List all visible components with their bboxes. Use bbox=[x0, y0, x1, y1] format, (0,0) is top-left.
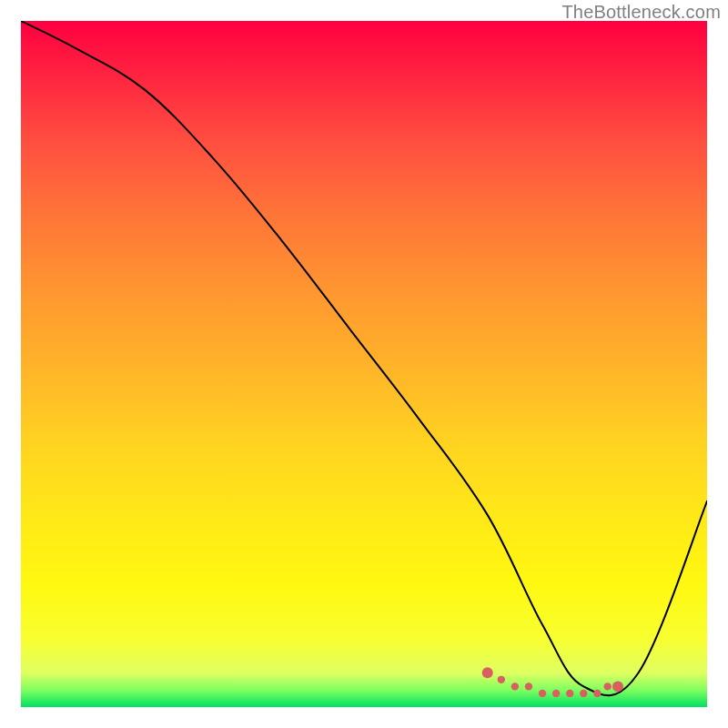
optimal-zone-dots bbox=[482, 667, 623, 697]
marker-dot bbox=[593, 690, 601, 697]
marker-dot bbox=[603, 682, 611, 690]
marker-dot bbox=[552, 690, 560, 697]
marker-dot bbox=[525, 682, 532, 690]
marker-dot bbox=[566, 690, 573, 697]
marker-dot bbox=[511, 682, 519, 690]
marker-dot bbox=[612, 681, 623, 692]
chart-container: TheBottleneck.com bbox=[0, 0, 728, 728]
plot-area bbox=[21, 21, 707, 707]
watermark-text: TheBottleneck.com bbox=[561, 2, 721, 23]
marker-dot bbox=[482, 667, 493, 678]
marker-dot bbox=[580, 690, 587, 697]
marker-dot bbox=[498, 676, 505, 683]
markers-layer bbox=[21, 21, 707, 707]
marker-dot bbox=[539, 690, 546, 697]
